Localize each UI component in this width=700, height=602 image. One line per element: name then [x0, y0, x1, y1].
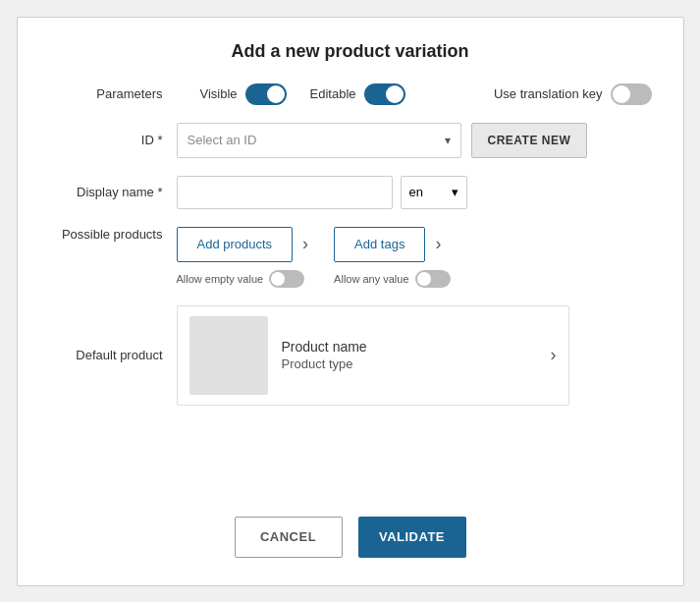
add-tags-chevron-icon: ›	[435, 234, 441, 254]
translation-key-label: Use translation key	[494, 86, 603, 101]
product-name: Product name	[282, 339, 529, 355]
id-row: ID * Select an ID ▾ CREATE NEW	[49, 123, 652, 158]
parameters-row: Parameters Visible Editable Use translat…	[49, 83, 652, 105]
allow-any-toggle[interactable]	[415, 270, 451, 288]
add-products-button[interactable]: Add products	[177, 227, 294, 262]
default-product-row: Default product Product name Product typ…	[49, 305, 652, 406]
translation-key-toggle[interactable]	[611, 83, 652, 105]
display-name-label: Display name *	[49, 185, 177, 199]
possible-products-row: Possible products Add products › Allow e…	[49, 227, 652, 288]
product-card-chevron-icon: ›	[551, 345, 557, 365]
lang-value: en	[409, 185, 423, 199]
chevron-down-icon: ▾	[445, 134, 451, 147]
translation-key-toggle-knob	[613, 85, 630, 103]
allow-empty-toggle[interactable]	[269, 270, 304, 288]
product-info: Product name Product type	[282, 339, 529, 371]
display-name-input[interactable]	[177, 176, 393, 209]
visible-toggle-knob	[267, 85, 285, 103]
editable-toggle[interactable]	[364, 83, 405, 105]
allow-any-row: Allow any value	[334, 270, 450, 288]
chevron-right-icon: ›	[302, 234, 308, 254]
editable-group: Editable	[310, 83, 405, 105]
allow-any-label: Allow any value	[334, 273, 408, 285]
add-tags-button[interactable]: Add tags	[334, 227, 425, 262]
product-type: Product type	[282, 356, 529, 371]
id-select[interactable]: Select an ID ▾	[177, 123, 461, 158]
default-product-label: Default product	[49, 348, 177, 362]
display-name-row: Display name * en ▾	[49, 176, 652, 209]
translation-key-group: Use translation key	[494, 83, 652, 105]
id-label: ID *	[49, 133, 177, 147]
dialog-footer: CANCEL VALIDATE	[49, 517, 652, 558]
allow-any-knob	[417, 272, 431, 286]
allow-empty-row: Allow empty value	[177, 270, 305, 288]
cancel-button[interactable]: CANCEL	[235, 517, 343, 558]
create-new-button[interactable]: CREATE NEW	[471, 123, 588, 158]
add-products-col: Add products › Allow empty value	[177, 227, 315, 288]
possible-products-label: Possible products	[49, 227, 177, 242]
add-products-chevron-button[interactable]: ›	[296, 227, 314, 262]
validate-button[interactable]: VALIDATE	[358, 517, 466, 558]
add-products-group: Add products ›	[177, 227, 315, 262]
add-tags-group: Add tags ›	[334, 227, 447, 262]
add-tags-chevron-button[interactable]: ›	[429, 227, 447, 262]
product-thumbnail	[189, 316, 268, 395]
visible-label: Visible	[200, 86, 238, 101]
visible-toggle[interactable]	[245, 83, 287, 105]
dialog-title: Add a new product variation	[49, 41, 652, 62]
lang-select[interactable]: en ▾	[401, 176, 467, 209]
add-product-variation-dialog: Add a new product variation Parameters V…	[17, 17, 684, 586]
parameters-label: Parameters	[49, 86, 177, 101]
lang-chevron-icon: ▾	[452, 185, 458, 199]
default-product-card[interactable]: Product name Product type ›	[177, 305, 569, 406]
add-tags-col: Add tags › Allow any value	[334, 227, 450, 288]
editable-label: Editable	[310, 86, 356, 101]
allow-empty-knob	[271, 272, 285, 286]
id-select-placeholder: Select an ID	[188, 133, 257, 147]
allow-empty-label: Allow empty value	[177, 273, 264, 285]
visible-group: Visible	[200, 83, 287, 105]
editable-toggle-knob	[386, 85, 404, 103]
